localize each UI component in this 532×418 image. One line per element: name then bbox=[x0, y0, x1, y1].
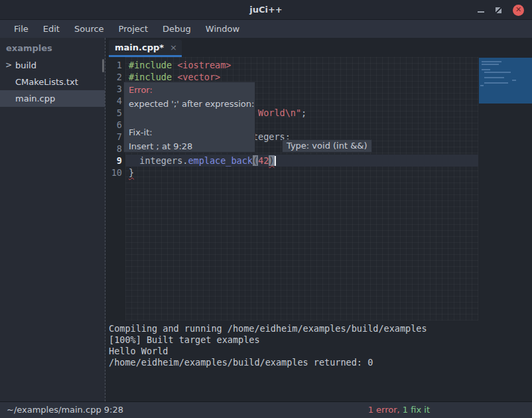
code-segment-string: <vector> bbox=[177, 72, 220, 82]
tree-item-main-cpp[interactable]: main.cpp bbox=[0, 90, 105, 107]
code-editor[interactable]: 1#include <iostream>2#include <vector>34… bbox=[106, 57, 532, 320]
tree-item-label: main.cpp bbox=[15, 94, 55, 104]
line-number: 1 bbox=[106, 59, 122, 71]
tab-main-cpp[interactable]: main.cpp* × bbox=[109, 40, 182, 57]
line-number: 9 bbox=[106, 155, 122, 167]
line-number: 10 bbox=[106, 167, 122, 178]
fixit-title: Fix-it: bbox=[129, 127, 153, 137]
matched-bracket-error: ) bbox=[269, 155, 274, 166]
tree-item-cmakelists-txt[interactable]: CMakeLists.txt bbox=[0, 74, 105, 90]
tree-item-label: CMakeLists.txt bbox=[15, 77, 78, 87]
line-number: 6 bbox=[106, 119, 122, 131]
fixit-message: Insert ; at 9:28 bbox=[129, 141, 192, 151]
minimize-icon[interactable] bbox=[478, 11, 484, 13]
code-segment-preproc: #include bbox=[129, 72, 172, 82]
menu-source[interactable]: Source bbox=[67, 20, 111, 38]
menu-project[interactable]: Project bbox=[111, 20, 155, 38]
file-tree: >buildCMakeLists.txtmain.cpp bbox=[0, 57, 105, 107]
code-segment-bracket: ( bbox=[253, 155, 258, 166]
window-controls: ✕ bbox=[478, 0, 524, 20]
terminal-output-line: Compiling and running /home/eidheim/exam… bbox=[109, 323, 532, 334]
error-underlined-code: } bbox=[129, 167, 134, 178]
project-name: examples bbox=[0, 38, 105, 57]
code-text: } bbox=[129, 167, 134, 178]
fixit-count: 1 fix it bbox=[400, 405, 430, 415]
line-number: 7 bbox=[106, 131, 122, 143]
code-line-9[interactable]: 9 integers.emplace_back(42) bbox=[106, 155, 532, 167]
code-segment-plain: integers. bbox=[129, 155, 188, 166]
line-number: 8 bbox=[106, 143, 122, 155]
statusbar: ~/examples/main.cpp 9:28 1 error, 1 fix … bbox=[0, 401, 532, 418]
code-segment-number: 42 bbox=[258, 155, 269, 166]
code-text: #include <iostream> bbox=[129, 59, 231, 71]
menubar: FileEditSourceProjectDebugWindow bbox=[0, 20, 532, 38]
build-output-terminal[interactable]: Compiling and running /home/eidheim/exam… bbox=[106, 320, 532, 401]
code-segment-plain bbox=[172, 60, 177, 70]
code-segment-string: <iostream> bbox=[177, 60, 231, 70]
error-tooltip-message: expected ';' after expression: bbox=[129, 99, 254, 109]
file-tree-sidebar: examples >buildCMakeLists.txtmain.cpp bbox=[0, 38, 105, 401]
menu-window[interactable]: Window bbox=[198, 20, 247, 38]
line-number: 5 bbox=[106, 107, 122, 119]
chevron-right-icon[interactable]: > bbox=[5, 57, 12, 74]
status-file-location: ~/examples/main.cpp 9:28 bbox=[7, 402, 123, 418]
error-tooltip: Error: expected ';' after expression: Fi… bbox=[123, 82, 255, 153]
code-line-1[interactable]: 1#include <iostream> bbox=[106, 59, 532, 71]
terminal-output-line: /home/eidheim/examples/build/examples re… bbox=[109, 357, 532, 368]
titlebar: juCi++ ✕ bbox=[0, 0, 532, 20]
terminal-output-line: Hello World bbox=[109, 346, 532, 357]
code-segment-function: emplace_back bbox=[188, 155, 253, 166]
window-title: juCi++ bbox=[0, 0, 532, 20]
code-segment-preproc: #include bbox=[129, 60, 172, 70]
restore-icon[interactable] bbox=[496, 7, 501, 13]
sidebar-scrollbar[interactable] bbox=[102, 59, 104, 72]
close-icon[interactable]: ✕ bbox=[513, 5, 524, 16]
terminal-output-line: [100%] Built target examples bbox=[109, 334, 532, 346]
code-line-10[interactable]: 10} bbox=[106, 167, 532, 178]
menu-debug[interactable]: Debug bbox=[155, 20, 198, 38]
tab-close-icon[interactable]: × bbox=[170, 40, 177, 55]
line-number: 4 bbox=[106, 95, 122, 107]
text-cursor bbox=[275, 156, 276, 166]
tree-item-build[interactable]: >build bbox=[0, 57, 105, 74]
tab-label: main.cpp* bbox=[115, 42, 164, 52]
line-number: 2 bbox=[106, 71, 122, 83]
error-count: 1 error, bbox=[368, 405, 400, 415]
code-segment-plain: ; bbox=[301, 107, 306, 118]
status-diagnostics: 1 error, 1 fix it bbox=[368, 402, 430, 418]
menu-edit[interactable]: Edit bbox=[36, 20, 67, 38]
tree-item-label: build bbox=[15, 60, 36, 70]
code-segment-plain bbox=[172, 72, 177, 82]
menu-file[interactable]: File bbox=[7, 20, 36, 38]
code-text: integers.emplace_back(42) bbox=[129, 155, 276, 167]
line-number: 3 bbox=[106, 83, 122, 95]
type-tooltip: Type: void (int &&) bbox=[282, 139, 372, 153]
tabbar: main.cpp* × bbox=[106, 38, 532, 57]
error-tooltip-title: Error: bbox=[129, 85, 153, 95]
editor-pane: main.cpp* × 1#include <iostream>2#includ… bbox=[106, 38, 532, 401]
